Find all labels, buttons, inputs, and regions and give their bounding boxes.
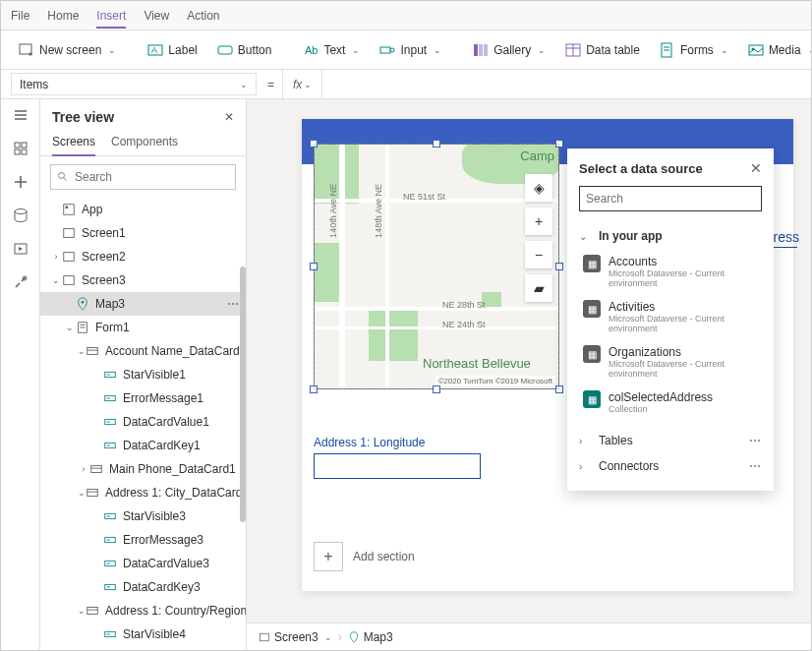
map-pitch-button[interactable]: ▰	[525, 274, 552, 302]
tree-caret-icon[interactable]: ⌄	[50, 275, 62, 285]
tree-item-address-1-city-datacard1[interactable]: ⌄Address 1: City_DataCard1⋯	[40, 481, 246, 504]
connectors-section[interactable]: › Connectors ⋯	[579, 453, 762, 479]
ribbon: New screen⌄ A Label Button Ab Text⌄ Inpu…	[1, 30, 811, 70]
tables-section[interactable]: › Tables ⋯	[579, 428, 762, 453]
tree-item-app[interactable]: App⋯	[40, 198, 246, 221]
resize-handle[interactable]	[433, 385, 440, 393]
tree-item-main-phone-datacard1[interactable]: ›Main Phone_DataCard1⋯	[40, 457, 246, 481]
tree-item-form1[interactable]: ⌄Form1⋯	[40, 316, 246, 339]
map-zoom-out-button[interactable]: −	[525, 241, 552, 268]
more-icon[interactable]: ⋯	[749, 459, 762, 473]
close-icon[interactable]: ✕	[224, 110, 234, 124]
tree-item-errormessage4[interactable]: ErrorMessage4⋯	[40, 646, 246, 650]
field-icon	[103, 391, 117, 405]
new-screen-button[interactable]: New screen⌄	[11, 38, 124, 62]
forms-dropdown[interactable]: Forms⌄	[652, 38, 736, 62]
tree-caret-icon[interactable]: ⌄	[64, 323, 76, 332]
fx-label[interactable]: fx⌄	[282, 70, 322, 98]
tree-item-label: Address 1: City_DataCard1	[105, 486, 246, 500]
data-source-item[interactable]: ▦OrganizationsMicrosoft Dataverse - Curr…	[579, 339, 762, 385]
svg-rect-76	[261, 633, 269, 641]
label-button[interactable]: A Label	[140, 38, 204, 62]
tree-search-input[interactable]	[75, 170, 229, 184]
resize-handle[interactable]	[555, 385, 563, 393]
text-dropdown[interactable]: Ab Text⌄	[295, 38, 368, 62]
hamburger-icon[interactable]	[13, 107, 29, 123]
tree-caret-icon[interactable]: ›	[50, 252, 62, 262]
tree-item-datacardkey3[interactable]: DataCardKey3⋯	[40, 575, 246, 599]
tree-item-errormessage3[interactable]: ErrorMessage3⋯	[40, 528, 246, 552]
chevron-down-icon: ⌄	[352, 45, 360, 55]
svg-rect-31	[22, 149, 27, 154]
tree-item-starvisible4[interactable]: StarVisible4⋯	[40, 622, 246, 646]
tree-item-starvisible1[interactable]: StarVisible1⋯	[40, 363, 246, 386]
tab-screens[interactable]: Screens	[52, 135, 95, 156]
tree-caret-icon[interactable]: ⌄	[78, 606, 86, 616]
tree-item-starvisible3[interactable]: StarVisible3⋯	[40, 504, 246, 528]
map-control[interactable]: 140th Ave NE 148th Ave NE NE 51st St NE …	[314, 144, 559, 389]
tree-item-errormessage1[interactable]: ErrorMessage1⋯	[40, 386, 246, 410]
data-source-item[interactable]: ▦colSelectedAddressCollection	[579, 385, 762, 420]
menu-home[interactable]: Home	[47, 9, 79, 23]
resize-handle[interactable]	[310, 385, 318, 393]
resize-handle[interactable]	[310, 140, 318, 148]
tree-item-datacardkey1[interactable]: DataCardKey1⋯	[40, 434, 246, 457]
tree-caret-icon[interactable]: ⌄	[78, 488, 86, 498]
scrollbar[interactable]	[240, 266, 246, 522]
field-icon	[103, 415, 117, 429]
label-icon: A	[147, 42, 163, 58]
longitude-input[interactable]	[314, 453, 481, 479]
tab-components[interactable]: Components	[111, 135, 178, 155]
svg-rect-30	[15, 149, 20, 154]
tree-item-screen2[interactable]: ›Screen2⋯	[40, 245, 246, 268]
data-source-search[interactable]	[579, 186, 762, 211]
tree-item-map3[interactable]: Map3⋯	[40, 292, 246, 316]
resize-handle[interactable]	[555, 263, 563, 270]
formula-input[interactable]	[322, 70, 811, 98]
data-source-item[interactable]: ▦AccountsMicrosoft Dataverse - Current e…	[579, 249, 762, 294]
svg-point-37	[59, 173, 65, 179]
property-selector[interactable]: Items ⌄	[11, 73, 257, 95]
media-rail-icon[interactable]	[13, 241, 29, 257]
close-icon[interactable]: ✕	[750, 160, 762, 176]
in-your-app-section[interactable]: ⌄ In your app	[579, 223, 762, 249]
data-icon[interactable]	[13, 207, 29, 223]
field-icon	[103, 557, 117, 570]
breadcrumb-control[interactable]: Map3	[348, 630, 393, 644]
resize-handle[interactable]	[433, 140, 440, 148]
tree-item-screen3[interactable]: ⌄Screen3⋯	[40, 268, 246, 292]
more-icon[interactable]: ⋯	[227, 297, 240, 311]
insert-icon[interactable]	[13, 174, 29, 190]
tree-item-datacardvalue1[interactable]: DataCardValue1⋯	[40, 410, 246, 434]
tree-list: App⋯Screen1⋯›Screen2⋯⌄Screen3⋯Map3⋯⌄Form…	[40, 198, 246, 650]
menu-file[interactable]: File	[11, 9, 29, 23]
media-dropdown[interactable]: Media⌄	[740, 38, 812, 62]
data-table-icon	[565, 42, 581, 58]
input-dropdown[interactable]: Input⌄	[372, 38, 449, 62]
menu-insert[interactable]: Insert	[96, 9, 126, 29]
tree-item-account-name-datacard1[interactable]: ⌄Account Name_DataCard1⋯	[40, 339, 246, 363]
tree-search[interactable]	[50, 164, 236, 190]
map-locate-button[interactable]: ◈	[525, 174, 552, 202]
tree-caret-icon[interactable]: ›	[78, 464, 89, 474]
breadcrumb-screen[interactable]: Screen3 ⌄	[259, 630, 332, 644]
resize-handle[interactable]	[555, 140, 563, 148]
resize-handle[interactable]	[310, 263, 318, 270]
tree-item-label: Screen2	[82, 250, 126, 264]
data-source-item[interactable]: ▦ActivitiesMicrosoft Dataverse - Current…	[579, 294, 762, 339]
tree-item-screen1[interactable]: Screen1⋯	[40, 221, 246, 245]
tree-item-address-1-country-region-datacard1[interactable]: ⌄Address 1: Country/Region_DataCard1⋯	[40, 599, 246, 622]
map-zoom-in-button[interactable]: +	[525, 207, 552, 235]
tree-view-icon[interactable]	[13, 141, 29, 156]
data-table-button[interactable]: Data table	[557, 38, 648, 62]
menu-action[interactable]: Action	[187, 9, 219, 23]
button-button[interactable]: Button	[209, 38, 280, 62]
add-section-button[interactable]: + Add section	[314, 542, 415, 571]
gallery-dropdown[interactable]: Gallery⌄	[465, 38, 553, 62]
tree-item-datacardvalue3[interactable]: DataCardValue3⋯	[40, 552, 246, 575]
data-source-search-input[interactable]	[586, 192, 755, 206]
menu-view[interactable]: View	[144, 9, 169, 23]
tools-icon[interactable]	[13, 274, 29, 290]
more-icon[interactable]: ⋯	[749, 434, 762, 447]
tree-caret-icon[interactable]: ⌄	[78, 346, 86, 356]
